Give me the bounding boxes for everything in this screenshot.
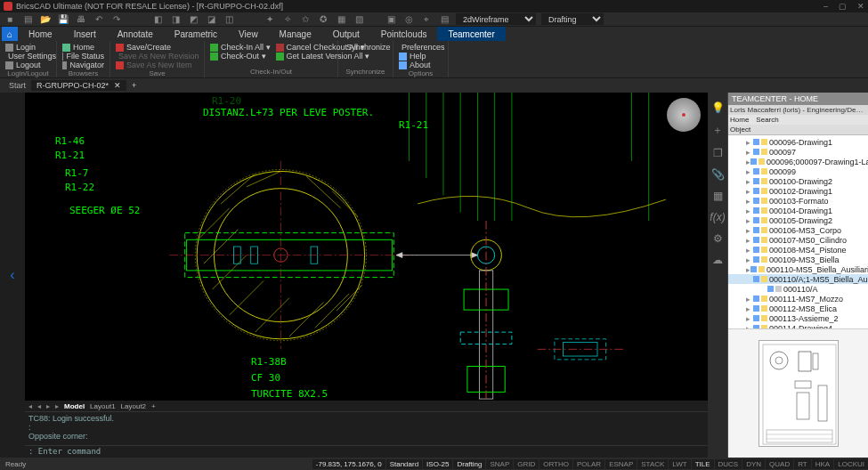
fx-icon[interactable]: f(x) bbox=[710, 211, 725, 223]
maximize-button[interactable]: ▢ bbox=[839, 2, 847, 11]
clip-icon[interactable]: 📎 bbox=[711, 168, 725, 181]
status-toggle[interactable]: ISO-25 bbox=[423, 459, 452, 469]
workspace-combo[interactable]: Drafting bbox=[541, 13, 604, 25]
layers-icon[interactable]: ❐ bbox=[713, 147, 723, 159]
grid-icon[interactable]: ▦ bbox=[713, 190, 723, 202]
document-tab[interactable]: R-GRUPPO-CH-02* ✕ bbox=[31, 80, 126, 91]
status-toggle[interactable]: LWT bbox=[669, 459, 690, 469]
tc-search-link[interactable]: Search bbox=[756, 116, 778, 124]
tab-insert[interactable]: Insert bbox=[63, 27, 107, 41]
visual-style-combo[interactable]: 2dWireframe bbox=[456, 13, 536, 25]
tc-tree-node[interactable]: ▸ 000109-MS3_Biella bbox=[728, 255, 868, 264]
tc-tree-node[interactable]: ▸ 000103-Formato bbox=[728, 196, 868, 206]
save-new-item-button[interactable]: Save As New Item bbox=[116, 61, 199, 69]
left-panel-expand[interactable]: ‹ bbox=[0, 93, 25, 458]
home-button[interactable]: Home bbox=[62, 43, 104, 52]
file-tab[interactable]: ⌂ bbox=[2, 27, 18, 41]
print-icon[interactable]: 🖶 bbox=[75, 13, 87, 26]
tool-icon[interactable]: ◨ bbox=[169, 13, 182, 26]
teamcenter-breadcrumb[interactable]: Loris Maccaferri (loris) - Engineering/D… bbox=[728, 105, 868, 115]
logout-button[interactable]: Logout bbox=[5, 61, 51, 69]
new-tab-button[interactable]: + bbox=[126, 81, 142, 90]
layout-nav-button[interactable]: ▸ bbox=[55, 402, 59, 410]
add-layout-button[interactable]: + bbox=[151, 402, 156, 410]
tab-output[interactable]: Output bbox=[322, 27, 370, 41]
start-tab[interactable]: Start bbox=[4, 81, 31, 90]
checkout-button[interactable]: Check-Out ▾ bbox=[210, 52, 271, 61]
tc-tree-node[interactable]: 000110/A;1-MS5_Biella_Ausiliaria bbox=[728, 274, 868, 284]
tool-icon[interactable]: ▦ bbox=[335, 13, 347, 26]
layout-tab[interactable]: Layout1 bbox=[90, 402, 115, 410]
navigator-button[interactable]: Navigator bbox=[62, 61, 104, 69]
layout-nav-button[interactable]: ◂ bbox=[28, 402, 32, 410]
preferences-button[interactable]: Preferences bbox=[399, 43, 442, 52]
layout-tab[interactable]: Layout2 bbox=[121, 402, 146, 410]
tool-icon[interactable]: ⌖ bbox=[420, 13, 433, 26]
status-toggle[interactable]: STACK bbox=[637, 459, 668, 469]
tool-icon[interactable]: ✧ bbox=[281, 13, 294, 26]
tool-icon[interactable]: ▧ bbox=[353, 13, 365, 26]
synchronize-button[interactable]: Synchronize bbox=[344, 43, 387, 52]
command-prompt[interactable]: : Enter command bbox=[25, 445, 708, 458]
view-cube[interactable] bbox=[667, 98, 701, 132]
layout-tab-model[interactable]: Model bbox=[64, 402, 85, 410]
status-toggle[interactable]: HKA bbox=[812, 459, 833, 469]
tc-tree-node[interactable]: ▸ 000110-MS5_Biella_Ausiliaria bbox=[728, 264, 868, 274]
cloud-icon[interactable]: ☁ bbox=[712, 254, 723, 266]
tool-icon[interactable]: ▤ bbox=[438, 13, 450, 26]
tab-parametric[interactable]: Parametric bbox=[164, 27, 228, 41]
status-toggle[interactable]: Drafting bbox=[453, 459, 485, 469]
new-icon[interactable]: ▤ bbox=[21, 13, 34, 26]
tab-manage[interactable]: Manage bbox=[269, 27, 322, 41]
tc-tree-node[interactable]: ▸ 000104-Drawing1 bbox=[728, 206, 868, 215]
tool-icon[interactable]: ◎ bbox=[402, 13, 415, 26]
tool-icon[interactable]: ◪ bbox=[205, 13, 217, 26]
close-tab-icon[interactable]: ✕ bbox=[114, 81, 121, 90]
file-status-button[interactable]: File Status bbox=[62, 52, 104, 61]
tc-tree-node[interactable]: ▸ 000108-MS4_Pistone bbox=[728, 245, 868, 255]
status-toggle[interactable]: DYN bbox=[742, 459, 765, 469]
layout-nav-button[interactable]: ▸ bbox=[46, 402, 50, 410]
status-toggle[interactable]: QUAD bbox=[766, 459, 793, 469]
tool-icon[interactable]: ▣ bbox=[385, 13, 397, 26]
checkin-all-button[interactable]: Check-In All ▾ bbox=[210, 43, 271, 52]
help-button[interactable]: Help bbox=[399, 52, 442, 61]
tc-tree-node[interactable]: ▸ 000112-MS8_Elica bbox=[728, 304, 868, 313]
tc-tree-node[interactable]: ▸ 000102-Drawing1 bbox=[728, 186, 868, 196]
status-toggle[interactable]: RT bbox=[794, 459, 811, 469]
tc-column-header[interactable]: Object bbox=[728, 125, 868, 135]
save-icon[interactable]: 💾 bbox=[57, 13, 69, 26]
gear-icon[interactable]: ⚙ bbox=[713, 232, 723, 245]
save-new-revision-button[interactable]: Save As New Revision bbox=[116, 52, 199, 61]
tool-icon[interactable]: ✦ bbox=[264, 13, 276, 26]
status-toggle[interactable]: ESNAP bbox=[605, 459, 637, 469]
status-toggle[interactable]: Standard bbox=[386, 459, 422, 469]
tab-pointclouds[interactable]: Pointclouds bbox=[370, 27, 438, 41]
tc-tree-node[interactable]: 000110/A bbox=[728, 284, 868, 294]
tc-tree-node[interactable]: ▸ 000105-Drawing2 bbox=[728, 215, 868, 225]
teamcenter-tree[interactable]: ▸ 000096-Drawing1▸ 000097▸ 000096;000097… bbox=[728, 135, 868, 328]
status-toggle[interactable]: TILE bbox=[692, 459, 714, 469]
tool-icon[interactable]: ✩ bbox=[299, 13, 312, 26]
tc-tree-node[interactable]: ▸ 000113-Assieme_2 bbox=[728, 313, 868, 323]
tc-tree-node[interactable]: ▸ 000099 bbox=[728, 166, 868, 176]
tc-tree-node[interactable]: ▸ 000096-Drawing1 bbox=[728, 137, 868, 147]
tc-tree-node[interactable]: ▸ 000096;000097-Drawing1-Layout1 bbox=[728, 157, 868, 166]
login-button[interactable]: Login bbox=[5, 43, 51, 52]
tc-tree-node[interactable]: ▸ 000107-MS0_Cilindro bbox=[728, 235, 868, 245]
about-button[interactable]: About bbox=[399, 61, 442, 69]
tab-view[interactable]: View bbox=[228, 27, 269, 41]
tab-home[interactable]: Home bbox=[18, 27, 63, 41]
tc-home-link[interactable]: Home bbox=[730, 116, 749, 124]
tc-tree-node[interactable]: ▸ 000111-MS7_Mozzo bbox=[728, 294, 868, 304]
undo-icon[interactable]: ↶ bbox=[93, 13, 105, 26]
tc-tree-node[interactable]: ▸ 000100-Drawing2 bbox=[728, 176, 868, 186]
tc-tree-node[interactable]: ▸ 000097 bbox=[728, 147, 868, 157]
tool-icon[interactable]: ◩ bbox=[187, 13, 199, 26]
open-icon[interactable]: 📂 bbox=[39, 13, 52, 26]
status-toggle[interactable]: GRID bbox=[514, 459, 539, 469]
user-settings-button[interactable]: User Settings bbox=[5, 52, 51, 61]
close-button[interactable]: ✕ bbox=[857, 2, 864, 11]
redo-icon[interactable]: ↷ bbox=[110, 13, 123, 26]
tab-annotate[interactable]: Annotate bbox=[107, 27, 164, 41]
